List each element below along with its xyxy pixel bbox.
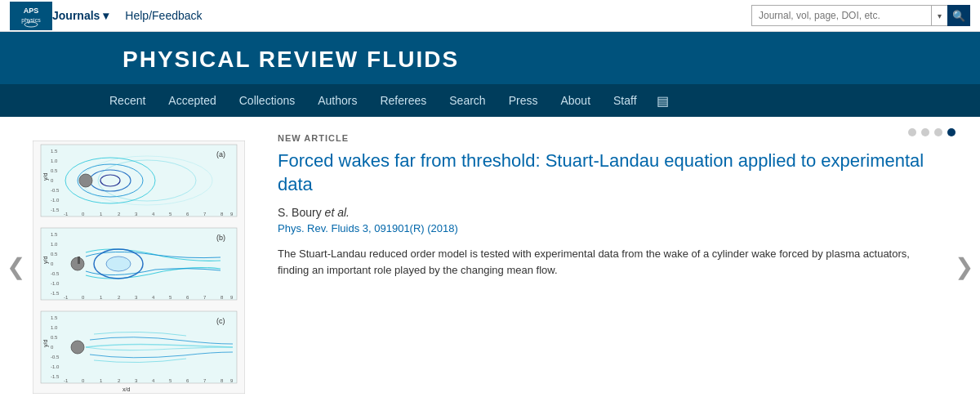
carousel-dot-3[interactable] [934, 128, 942, 136]
svg-point-43 [106, 257, 131, 271]
svg-point-20 [79, 174, 92, 187]
nav-item-referees[interactable]: Referees [368, 84, 438, 117]
nav-item-about[interactable]: About [549, 84, 602, 117]
svg-text:-1: -1 [64, 378, 69, 383]
journals-label: Journals [52, 9, 100, 22]
svg-text:APS: APS [24, 7, 39, 15]
svg-text:0.5: 0.5 [51, 168, 58, 173]
svg-text:-1.0: -1.0 [51, 198, 60, 203]
article-tag: NEW ARTICLE [278, 133, 931, 143]
svg-text:1.5: 1.5 [51, 315, 58, 320]
svg-text:x/d: x/d [122, 386, 130, 392]
top-search-bar: ▾ 🔍 [751, 5, 970, 26]
nav-item-recent[interactable]: Recent [98, 84, 157, 117]
article-title[interactable]: Forced wakes far from threshold: Stuart-… [278, 149, 931, 196]
nav-item-search[interactable]: Search [438, 84, 497, 117]
svg-text:-1: -1 [64, 295, 69, 300]
svg-text:y/d: y/d [42, 172, 49, 180]
nav-item-staff[interactable]: Staff [602, 84, 648, 117]
svg-text:y/d: y/d [42, 256, 49, 263]
search-submit-button[interactable]: 🔍 [947, 5, 970, 26]
svg-text:-1.5: -1.5 [51, 374, 60, 379]
svg-rect-45 [78, 257, 80, 264]
top-navigation: APS physics Journals ▾ Help/Feedback ▾ 🔍 [0, 0, 980, 32]
aps-logo[interactable]: APS physics [10, 2, 52, 30]
svg-text:-0.5: -0.5 [51, 271, 60, 276]
search-dropdown-button[interactable]: ▾ [931, 5, 947, 26]
svg-text:y/d: y/d [42, 339, 49, 346]
nav-item-collections[interactable]: Collections [228, 84, 306, 117]
svg-point-67 [71, 341, 84, 354]
journal-search-input[interactable] [751, 5, 931, 26]
svg-text:(b): (b) [216, 234, 225, 242]
svg-text:-1.0: -1.0 [51, 281, 60, 286]
article-authors: S. Boury et al. [278, 206, 931, 219]
rss-icon[interactable]: ▤ [648, 93, 677, 109]
nav-item-authors[interactable]: Authors [306, 84, 368, 117]
article-abstract: The Stuart-Landau reduced order model is… [278, 246, 931, 278]
main-content-area: ❮ y/d 1.5 1.0 0.5 0 -0.5 -1.0 -1.5 [0, 117, 980, 415]
carousel-dot-2[interactable] [921, 128, 929, 136]
svg-rect-33 [41, 228, 237, 300]
svg-text:1.0: 1.0 [51, 158, 58, 163]
journals-dropdown[interactable]: Journals ▾ [52, 9, 109, 22]
article-image-section: y/d 1.5 1.0 0.5 0 -0.5 -1.0 -1.5 (a) [0, 117, 253, 415]
svg-text:(a): (a) [216, 150, 225, 158]
svg-text:(c): (c) [216, 317, 225, 325]
svg-text:physics: physics [21, 17, 41, 24]
svg-text:0.5: 0.5 [51, 252, 58, 257]
svg-text:1.5: 1.5 [51, 149, 58, 154]
author-name: S. Boury [278, 206, 322, 219]
journal-title: PHYSICAL REVIEW FLUIDS [0, 47, 980, 84]
svg-text:-0.5: -0.5 [51, 355, 60, 359]
carousel-next-button[interactable]: ❯ [955, 256, 973, 279]
article-journal-ref[interactable]: Phys. Rev. Fluids 3, 091901(R) (2018) [278, 222, 931, 234]
author-et-al: et al. [325, 206, 350, 219]
svg-text:1.0: 1.0 [51, 325, 58, 330]
help-feedback-link[interactable]: Help/Feedback [125, 9, 202, 22]
nav-item-press[interactable]: Press [497, 84, 550, 117]
svg-text:-1.5: -1.5 [51, 291, 60, 296]
svg-text:-0.5: -0.5 [51, 188, 60, 193]
journal-navigation: Recent Accepted Collections Authors Refe… [0, 84, 980, 117]
svg-text:0.5: 0.5 [51, 335, 58, 340]
nav-item-accepted[interactable]: Accepted [157, 84, 227, 117]
svg-text:1.5: 1.5 [51, 232, 58, 237]
carousel-dot-4[interactable] [947, 128, 956, 136]
svg-text:-1: -1 [64, 212, 69, 216]
svg-text:-1.0: -1.0 [51, 364, 60, 369]
svg-text:-1.5: -1.5 [51, 208, 60, 212]
chevron-down-icon: ▾ [103, 9, 109, 22]
article-detail-section: NEW ARTICLE Forced wakes far from thresh… [253, 117, 980, 415]
svg-rect-5 [41, 145, 237, 216]
carousel-dots [908, 128, 956, 136]
carousel-prev-button[interactable]: ❮ [7, 256, 25, 279]
carousel-dot-1[interactable] [908, 128, 916, 136]
fluid-dynamics-image: y/d 1.5 1.0 0.5 0 -0.5 -1.0 -1.5 (a) [33, 141, 245, 394]
svg-text:1.0: 1.0 [51, 242, 58, 247]
search-icon: 🔍 [952, 10, 965, 22]
journal-header: PHYSICAL REVIEW FLUIDS Recent Accepted C… [0, 32, 980, 117]
